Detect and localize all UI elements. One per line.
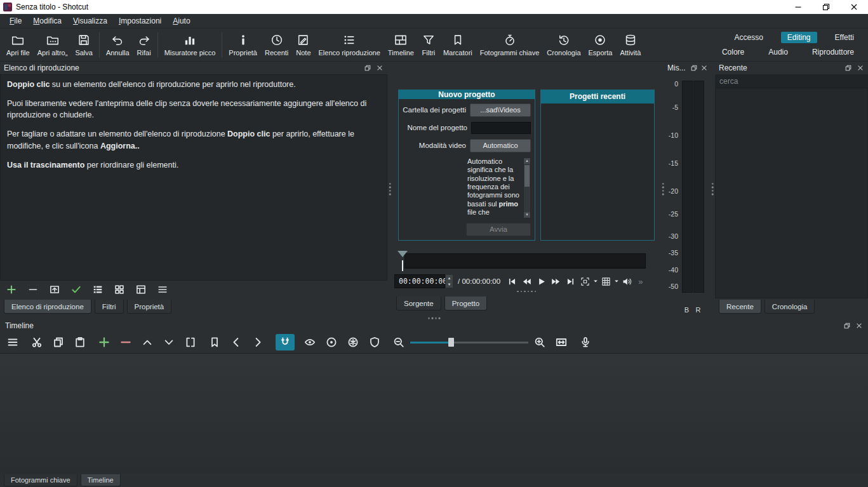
volume-button[interactable]	[620, 274, 634, 288]
layout-effetti[interactable]: Effetti	[829, 32, 860, 43]
snap-toggle-button[interactable]	[276, 334, 295, 350]
skip-to-start-button[interactable]	[505, 274, 519, 288]
video-mode-button[interactable]: Automatico	[470, 139, 531, 152]
projects-folder-button[interactable]: ...sad\Videos	[470, 103, 531, 117]
timecode-stepper[interactable]: ▲▼	[445, 274, 453, 288]
properties-button[interactable]: Proprietà	[225, 29, 261, 62]
paste-button[interactable]	[72, 334, 88, 350]
vertical-splitter[interactable]	[710, 62, 715, 316]
playlist-add-button[interactable]	[5, 283, 18, 296]
export-button[interactable]: Esporta	[585, 29, 617, 62]
horizontal-splitter[interactable]	[0, 316, 868, 320]
menu-aiuto[interactable]: Aiuto	[167, 15, 196, 27]
split-button[interactable]	[183, 334, 198, 350]
save-button[interactable]: Salva	[71, 29, 97, 62]
overwrite-button[interactable]	[161, 334, 177, 350]
minimize-button[interactable]	[784, 0, 812, 14]
tab-timeline[interactable]: Timeline	[81, 474, 121, 486]
view-icons-button[interactable]	[113, 283, 126, 296]
zoom-in-button[interactable]	[532, 334, 547, 350]
rewind-button[interactable]	[519, 274, 534, 288]
open-other-button[interactable]: Apri altro„	[34, 29, 72, 62]
tab-sorgente[interactable]: Sorgente	[396, 297, 441, 310]
timeline-tracks-area[interactable]	[0, 353, 868, 474]
playlist-remove-button[interactable]	[27, 283, 39, 296]
timeline-menu-button[interactable]	[5, 334, 20, 350]
filters-button[interactable]: Filtri	[418, 29, 439, 62]
close-panel-icon[interactable]	[375, 64, 384, 72]
append-button[interactable]	[97, 334, 112, 350]
grid-button[interactable]	[599, 274, 613, 288]
view-tiles-button[interactable]	[135, 283, 147, 296]
recent-projects-list[interactable]	[541, 103, 654, 240]
float-panel-icon[interactable]	[843, 322, 851, 330]
layout-audio[interactable]: Audio	[762, 46, 794, 58]
close-panel-icon[interactable]	[855, 322, 863, 330]
project-name-input[interactable]	[471, 122, 531, 134]
recent-button[interactable]: Recenti	[261, 29, 292, 62]
vertical-splitter[interactable]	[660, 62, 665, 316]
zoom-fit-button[interactable]	[554, 334, 569, 350]
ripple-markers-button[interactable]	[367, 334, 382, 350]
keyframes-button[interactable]: Fotogrammi chiave	[476, 29, 544, 62]
notes-button[interactable]: Note	[292, 29, 314, 62]
timecode-field[interactable]: 00:00:00:00	[394, 274, 445, 288]
layout-riproduttore[interactable]: Riproduttore	[806, 46, 860, 58]
scroll-thumb[interactable]	[524, 165, 530, 187]
playlist-update-button[interactable]	[48, 283, 61, 296]
history-button[interactable]: Cronologia	[543, 29, 584, 62]
tab-recente[interactable]: Recente	[719, 300, 761, 314]
redo-button[interactable]: Rifai	[133, 29, 155, 62]
layout-colore[interactable]: Colore	[716, 46, 751, 58]
tab-cronologia[interactable]: Cronologia	[765, 300, 815, 314]
float-panel-icon[interactable]	[844, 64, 852, 72]
maximize-button[interactable]	[812, 0, 840, 14]
player-scrubber[interactable]	[395, 251, 657, 274]
zoom-slider[interactable]	[410, 334, 528, 350]
player-ruler[interactable]	[404, 253, 646, 269]
start-project-button[interactable]: Avvia	[466, 223, 531, 236]
timeline-button[interactable]: Timeline	[384, 29, 418, 62]
menu-file[interactable]: File	[4, 15, 27, 27]
jobs-button[interactable]: Attività	[616, 29, 644, 62]
open-file-button[interactable]: Apri file	[3, 29, 34, 62]
grid-dropdown-icon[interactable]	[613, 274, 620, 288]
zoom-out-button[interactable]	[391, 334, 406, 350]
peak-meter-button[interactable]: Misuratore picco	[161, 29, 220, 62]
scrub-while-dragging-button[interactable]	[302, 334, 317, 350]
close-panel-icon[interactable]	[856, 64, 864, 72]
tab-progetto[interactable]: Progetto	[444, 297, 487, 310]
vertical-splitter[interactable]	[387, 62, 392, 316]
previous-marker-button[interactable]	[229, 334, 244, 350]
tab-elenco-riproduzione[interactable]: Elenco di riproduzione	[4, 300, 91, 314]
menu-modifica[interactable]: Modifica	[27, 15, 67, 27]
playlist-menu-button[interactable]	[156, 283, 169, 296]
float-panel-icon[interactable]	[690, 64, 698, 72]
fast-forward-button[interactable]	[549, 274, 563, 288]
zoom-dropdown-icon[interactable]	[592, 274, 599, 288]
stepper-up-icon[interactable]: ▲	[446, 275, 453, 281]
ripple-all-tracks-button[interactable]	[345, 334, 361, 350]
zoom-fit-player-button[interactable]	[578, 274, 592, 288]
record-audio-button[interactable]	[578, 334, 593, 350]
toolbar-overflow-icon[interactable]: »	[638, 277, 643, 286]
tab-fotogrammi-chiave[interactable]: Fotogrammi chiave	[4, 474, 77, 486]
playhead-icon[interactable]	[397, 251, 408, 257]
recent-files-list[interactable]	[715, 88, 868, 298]
scroll-down-icon[interactable]: ▼	[524, 212, 530, 218]
playlist-button[interactable]: Elenco riproduzione	[315, 29, 384, 62]
stepper-down-icon[interactable]: ▼	[446, 281, 453, 288]
view-details-button[interactable]	[91, 283, 104, 296]
skip-to-end-button[interactable]	[563, 274, 578, 288]
scroll-up-icon[interactable]: ▲	[524, 158, 530, 164]
layout-editing[interactable]: Editing	[781, 32, 817, 43]
undo-button[interactable]: Annulla	[102, 29, 133, 62]
help-scrollbar[interactable]: ▲ ▼	[523, 157, 531, 218]
ripple-button[interactable]	[324, 334, 339, 350]
copy-button[interactable]	[51, 334, 66, 350]
menu-impostazioni[interactable]: Impostazioni	[113, 15, 167, 27]
close-panel-icon[interactable]	[700, 64, 708, 72]
markers-button[interactable]: Marcatori	[439, 29, 476, 62]
next-marker-button[interactable]	[250, 334, 265, 350]
cut-button[interactable]	[29, 334, 44, 350]
